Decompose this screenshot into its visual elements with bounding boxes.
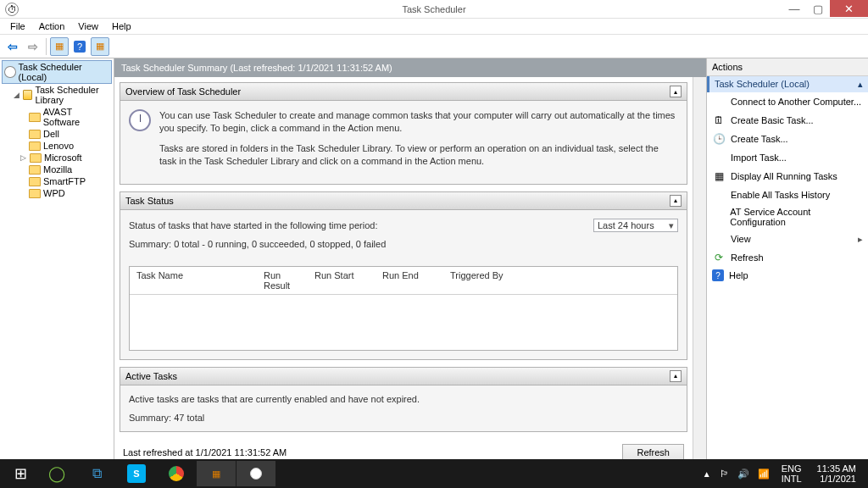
center-pane: Task Scheduler Summary (Last refreshed: … bbox=[114, 58, 707, 459]
center-body: Overview of Task Scheduler ▴ You can use… bbox=[114, 77, 693, 459]
menu-file[interactable]: File bbox=[3, 19, 32, 33]
folder-icon bbox=[29, 177, 41, 186]
action-at-service[interactable]: AT Service Account Configuration bbox=[707, 204, 868, 230]
taskbar-app-vscode[interactable]: ⧉ bbox=[77, 461, 116, 486]
collapse-icon[interactable]: ▴ bbox=[670, 195, 682, 207]
expand-icon[interactable]: ▷ bbox=[19, 153, 27, 162]
forward-button[interactable]: ⇨ bbox=[24, 37, 42, 56]
active-tasks-panel: Active Tasks ▴ Active tasks are tasks th… bbox=[120, 367, 687, 432]
back-button[interactable]: ⇦ bbox=[3, 37, 22, 56]
summary-header: Task Scheduler Summary (Last refreshed: … bbox=[114, 58, 706, 77]
tree-root-node[interactable]: Task Scheduler (Local) bbox=[2, 60, 112, 84]
tree-item-smartftp[interactable]: SmartFTP bbox=[27, 175, 112, 187]
menu-bar: File Action View Help bbox=[0, 19, 868, 35]
actions-pane: Actions Task Scheduler (Local) ▴ Connect… bbox=[707, 58, 868, 459]
tray-network-icon[interactable]: 📶 bbox=[758, 469, 770, 480]
service-icon bbox=[712, 210, 725, 224]
start-button[interactable]: ⊞ bbox=[3, 461, 37, 486]
tree-item-dell[interactable]: Dell bbox=[27, 128, 112, 140]
col-run-result[interactable]: Run Result bbox=[257, 267, 308, 294]
overview-panel: Overview of Task Scheduler ▴ You can use… bbox=[120, 82, 687, 185]
taskbar-app-utorrent[interactable]: ◯ bbox=[37, 461, 76, 486]
taskbar-app-skype[interactable]: S bbox=[117, 461, 156, 486]
title-bar: ⏱ Task Scheduler — ▢ ✕ bbox=[0, 0, 868, 19]
taskbar-app-mmc[interactable]: ▦ bbox=[197, 461, 236, 486]
library-icon bbox=[23, 90, 33, 100]
help-toolbar-button[interactable]: ? bbox=[70, 37, 89, 56]
chevron-up-icon[interactable]: ▴ bbox=[858, 79, 863, 90]
task-status-table: Task Name Run Result Run Start Run End T… bbox=[129, 266, 678, 351]
expand-icon[interactable]: ◢ bbox=[14, 91, 20, 99]
overview-p2: Tasks are stored in folders in the Task … bbox=[159, 142, 678, 169]
view-icon bbox=[712, 232, 726, 246]
menu-help[interactable]: Help bbox=[105, 19, 138, 33]
action-create-task[interactable]: 🕒Create Task... bbox=[707, 130, 868, 148]
scrollbar[interactable] bbox=[693, 77, 706, 459]
tray-action-center-icon[interactable]: 🏳 bbox=[720, 469, 729, 479]
action-enable-history[interactable]: Enable All Tasks History bbox=[707, 186, 868, 204]
refresh-button[interactable]: Refresh bbox=[622, 444, 684, 459]
maximize-button[interactable]: ▢ bbox=[806, 0, 830, 17]
clock-icon bbox=[129, 109, 151, 131]
action-create-basic-task[interactable]: 🗓Create Basic Task... bbox=[707, 111, 868, 130]
tray-clock[interactable]: 11:35 AM 1/1/2021 bbox=[814, 463, 860, 484]
import-icon bbox=[712, 151, 726, 164]
col-triggered-by[interactable]: Triggered By bbox=[443, 267, 511, 294]
tree-item-microsoft[interactable]: ▷Microsoft bbox=[17, 152, 112, 164]
status-panel-header[interactable]: Task Status ▴ bbox=[120, 192, 687, 210]
tree-item-wpd[interactable]: WPD bbox=[27, 187, 112, 199]
overview-panel-header[interactable]: Overview of Task Scheduler ▴ bbox=[120, 83, 687, 101]
show-hide-actions-button[interactable]: ▦ bbox=[91, 37, 109, 56]
collapse-icon[interactable]: ▴ bbox=[670, 370, 682, 382]
tree-root-label: Task Scheduler (Local) bbox=[19, 62, 109, 82]
tree-library-node[interactable]: ◢ Task Scheduler Library bbox=[12, 84, 112, 106]
tray-up-icon[interactable]: ▲ bbox=[703, 469, 711, 479]
task-icon: 🕒 bbox=[712, 132, 726, 146]
scheduler-icon bbox=[4, 66, 16, 78]
refresh-icon: ⟳ bbox=[712, 251, 726, 264]
active-title: Active Tasks bbox=[125, 371, 177, 381]
tree-item-avast[interactable]: AVAST Software bbox=[27, 106, 112, 128]
active-summary: Summary: 47 total bbox=[129, 413, 678, 423]
action-display-running[interactable]: ▦Display All Running Tasks bbox=[707, 167, 868, 186]
history-icon bbox=[712, 188, 726, 202]
folder-icon bbox=[29, 113, 41, 122]
folder-icon bbox=[29, 165, 41, 175]
action-refresh[interactable]: ⟳Refresh bbox=[707, 248, 868, 267]
chevron-right-icon: ▸ bbox=[858, 234, 863, 245]
active-desc: Active tasks are tasks that are currentl… bbox=[129, 394, 678, 404]
action-help[interactable]: ?Help bbox=[707, 267, 868, 284]
tree-item-lenovo[interactable]: Lenovo bbox=[27, 140, 112, 152]
taskbar-app-scheduler[interactable] bbox=[236, 461, 275, 486]
menu-action[interactable]: Action bbox=[32, 19, 72, 33]
main-content: Task Scheduler (Local) ◢ Task Scheduler … bbox=[0, 58, 868, 459]
col-run-start[interactable]: Run Start bbox=[308, 267, 376, 294]
collapse-icon[interactable]: ▴ bbox=[670, 86, 682, 97]
tray-language[interactable]: ENG INTL bbox=[778, 463, 805, 484]
minimize-button[interactable]: — bbox=[782, 0, 806, 17]
show-hide-tree-button[interactable]: ▦ bbox=[50, 37, 69, 56]
wizard-icon: 🗓 bbox=[712, 114, 726, 127]
action-connect[interactable]: Connect to Another Computer... bbox=[707, 92, 868, 111]
folder-icon bbox=[30, 153, 42, 163]
status-title: Task Status bbox=[125, 196, 174, 206]
tree-item-mozilla[interactable]: Mozilla bbox=[27, 164, 112, 175]
tray-volume-icon[interactable]: 🔊 bbox=[737, 469, 749, 480]
running-icon: ▦ bbox=[712, 169, 726, 183]
overview-title: Overview of Task Scheduler bbox=[125, 86, 241, 97]
active-panel-header[interactable]: Active Tasks ▴ bbox=[120, 368, 687, 385]
action-import-task[interactable]: Import Task... bbox=[707, 148, 868, 167]
taskbar-app-chrome[interactable] bbox=[157, 461, 196, 486]
menu-view[interactable]: View bbox=[71, 19, 105, 33]
status-period-label: Status of tasks that have started in the… bbox=[129, 220, 378, 230]
actions-pane-title: Actions bbox=[707, 58, 868, 76]
taskbar: ⊞ ◯ ⧉ S ▦ ▲ 🏳 🔊 📶 ENG INTL 11:35 AM 1/1/… bbox=[0, 459, 868, 488]
window-controls: — ▢ ✕ bbox=[782, 0, 868, 17]
col-run-end[interactable]: Run End bbox=[376, 267, 443, 294]
close-button[interactable]: ✕ bbox=[830, 0, 868, 17]
action-view[interactable]: View▸ bbox=[707, 230, 868, 248]
col-task-name[interactable]: Task Name bbox=[130, 267, 257, 294]
status-panel: Task Status ▴ Status of tasks that have … bbox=[120, 191, 687, 360]
period-select[interactable]: Last 24 hours bbox=[593, 219, 678, 232]
connect-icon bbox=[712, 95, 726, 108]
